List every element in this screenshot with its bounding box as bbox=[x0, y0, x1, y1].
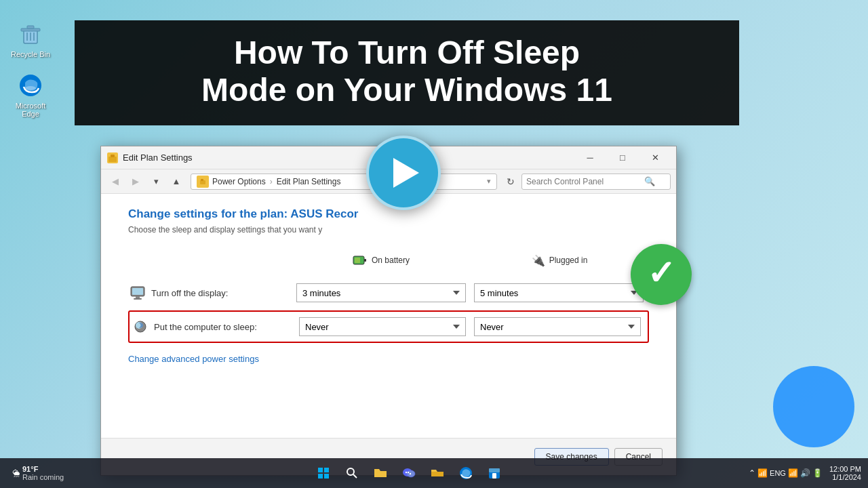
svg-point-7 bbox=[25, 86, 36, 90]
store-button[interactable] bbox=[482, 461, 507, 485]
desktop-icons: Recycle Bin Microsoft Edge bbox=[7, 20, 54, 118]
title-bar-controls: ─ □ ✕ bbox=[574, 148, 671, 168]
taskbar-left: 🌦 91°F Rain coming bbox=[7, 465, 69, 481]
display-setting-row: Turn off the display: 3 minutes 1 minute… bbox=[128, 275, 649, 310]
forward-button[interactable]: ▶ bbox=[127, 173, 144, 190]
dialog-icon bbox=[106, 152, 119, 164]
svg-rect-2 bbox=[27, 26, 34, 28]
breadcrumb-icon bbox=[197, 176, 209, 188]
edge-image bbox=[17, 72, 44, 99]
breadcrumb[interactable]: Power Options › Edit Plan Settings ▾ bbox=[191, 174, 497, 190]
taskbar-right: ⌃ 📶 ENG 📶 🔊 🔋 12:00 PM 1/1/2024 bbox=[749, 465, 861, 481]
dialog-title: Edit Plan Settings bbox=[123, 152, 574, 163]
weather-icon: 🌦 bbox=[12, 469, 20, 477]
battery-icon bbox=[351, 252, 368, 268]
settings-table: On battery 🔌 Plugged in bbox=[128, 248, 649, 343]
edge-taskbar-button[interactable] bbox=[454, 461, 478, 485]
search-input[interactable] bbox=[526, 177, 642, 186]
breadcrumb-dropdown[interactable]: ▾ bbox=[487, 177, 491, 186]
video-title: How To Turn Off Sleep Mode on Your Windo… bbox=[95, 34, 719, 108]
breadcrumb-current: Edit Plan Settings bbox=[277, 177, 341, 186]
taskbar: 🌦 91°F Rain coming bbox=[0, 458, 868, 488]
system-tray-icons: ⌃ 📶 ENG 📶 🔊 🔋 bbox=[749, 468, 823, 478]
display-label: Turn off the display: bbox=[130, 285, 292, 301]
svg-rect-23 bbox=[318, 468, 323, 472]
check-icon: ✓ bbox=[647, 256, 675, 290]
network-icon[interactable]: 📶 bbox=[757, 468, 768, 478]
svg-rect-13 bbox=[201, 179, 203, 181]
search-bar[interactable]: 🔍 bbox=[521, 174, 671, 190]
dropdown-button[interactable]: ▾ bbox=[147, 173, 165, 190]
green-checkmark: ✓ bbox=[631, 244, 692, 305]
breadcrumb-sep: › bbox=[270, 177, 273, 186]
search-taskbar-button[interactable] bbox=[340, 461, 364, 485]
svg-rect-19 bbox=[136, 296, 140, 298]
content-area: Change settings for the plan: ASUS Recor… bbox=[101, 194, 676, 438]
video-title-bar: How To Turn Off Sleep Mode on Your Windo… bbox=[75, 20, 739, 125]
time: 12:00 PM bbox=[829, 465, 861, 473]
svg-rect-9 bbox=[108, 157, 117, 162]
svg-point-33 bbox=[410, 473, 411, 474]
display-plugged-in-select[interactable]: 5 minutes 1 minute 2 minutes 3 minutes 1… bbox=[474, 283, 644, 302]
sleep-icon bbox=[132, 319, 149, 335]
svg-rect-26 bbox=[324, 474, 329, 479]
date: 1/1/2024 bbox=[829, 473, 861, 481]
recycle-bin-label: Recycle Bin bbox=[11, 50, 50, 58]
tray-up-arrow[interactable]: ⌃ bbox=[749, 468, 755, 478]
svg-rect-18 bbox=[132, 288, 143, 295]
folder-button[interactable] bbox=[425, 461, 450, 485]
file-explorer-button[interactable] bbox=[368, 461, 393, 485]
refresh-button[interactable]: ↻ bbox=[502, 174, 519, 190]
plug-icon: 🔌 bbox=[532, 254, 545, 267]
back-button[interactable]: ◀ bbox=[106, 173, 124, 190]
sleep-plugged-in-select[interactable]: Never 1 minute 2 minutes 3 minutes 5 min… bbox=[474, 317, 641, 336]
svg-rect-10 bbox=[111, 155, 115, 157]
on-battery-header: On battery bbox=[291, 252, 470, 268]
volume-icon[interactable]: 🔊 bbox=[800, 468, 810, 478]
recycle-bin-icon[interactable]: Recycle Bin bbox=[7, 20, 54, 58]
play-icon bbox=[393, 158, 419, 188]
minimize-button[interactable]: ─ bbox=[574, 148, 606, 168]
display-on-battery-select[interactable]: 3 minutes 1 minute 2 minutes 5 minutes 1… bbox=[296, 283, 466, 302]
chat-button[interactable] bbox=[397, 461, 421, 485]
svg-rect-37 bbox=[489, 468, 500, 472]
sleep-on-battery-select[interactable]: Never 1 minute 2 minutes 3 minutes 5 min… bbox=[299, 317, 466, 336]
play-button[interactable] bbox=[366, 136, 441, 210]
plugged-in-header: 🔌 Plugged in bbox=[470, 254, 649, 267]
windows-start-button[interactable] bbox=[311, 461, 336, 485]
svg-point-31 bbox=[406, 472, 407, 473]
battery-taskbar-icon[interactable]: 🔋 bbox=[812, 468, 823, 478]
svg-line-28 bbox=[353, 474, 357, 478]
svg-rect-20 bbox=[134, 298, 142, 300]
up-button[interactable]: ▲ bbox=[167, 173, 185, 190]
close-button[interactable]: ✕ bbox=[639, 148, 671, 168]
svg-rect-15 bbox=[364, 259, 366, 262]
search-icon[interactable]: 🔍 bbox=[644, 176, 655, 186]
clock[interactable]: 12:00 PM 1/1/2024 bbox=[829, 465, 861, 481]
maximize-button[interactable]: □ bbox=[607, 148, 638, 168]
svg-rect-24 bbox=[324, 468, 329, 472]
blue-circle-decoration bbox=[773, 366, 854, 447]
advanced-power-settings-link[interactable]: Change advanced power settings bbox=[128, 354, 259, 364]
monitor-icon bbox=[130, 285, 146, 301]
sleep-label: Put the computer to sleep: bbox=[132, 319, 295, 335]
weather-condition: Rain coming bbox=[22, 473, 64, 481]
weather-widget[interactable]: 🌦 91°F Rain coming bbox=[7, 465, 69, 481]
svg-rect-34 bbox=[431, 472, 443, 476]
svg-point-32 bbox=[408, 472, 409, 473]
plan-title: Change settings for the plan: ASUS Recor bbox=[128, 207, 649, 221]
svg-point-27 bbox=[347, 468, 354, 475]
taskbar-center bbox=[69, 461, 749, 485]
language-indicator[interactable]: ENG bbox=[770, 469, 786, 477]
weather-temp: 91°F bbox=[22, 465, 64, 473]
microsoft-edge-icon[interactable]: Microsoft Edge bbox=[7, 72, 54, 118]
svg-rect-38 bbox=[492, 473, 496, 479]
breadcrumb-root: Power Options bbox=[212, 177, 266, 186]
plan-subtitle: Choose the sleep and display settings th… bbox=[128, 225, 649, 235]
svg-rect-25 bbox=[318, 474, 323, 479]
sleep-setting-row: Put the computer to sleep: Never 1 minut… bbox=[128, 310, 649, 343]
svg-rect-1 bbox=[21, 28, 40, 31]
edge-label: Microsoft Edge bbox=[7, 102, 54, 118]
wifi-icon[interactable]: 📶 bbox=[788, 468, 798, 478]
svg-rect-16 bbox=[355, 258, 360, 263]
